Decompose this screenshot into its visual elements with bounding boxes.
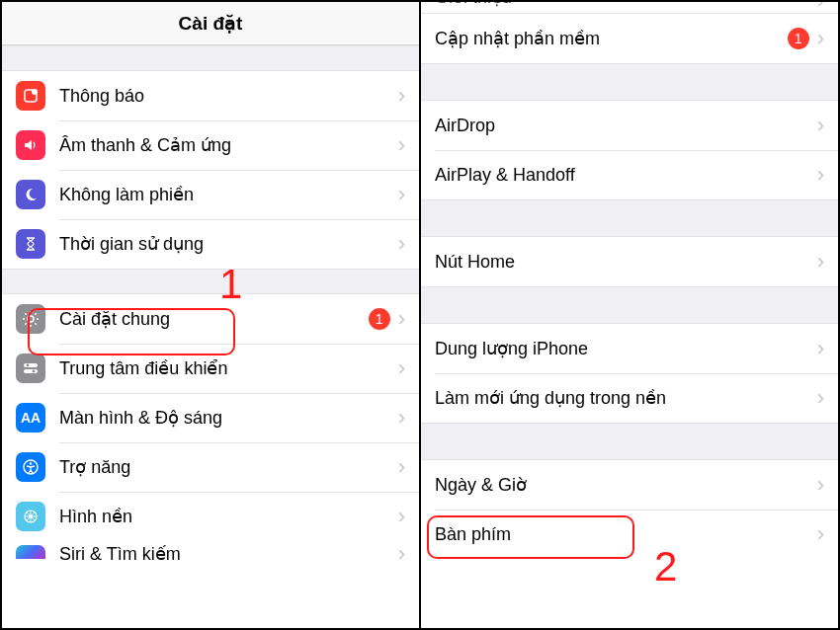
row-label: Cài đặt chung	[59, 308, 369, 330]
settings-title: Cài đặt	[2, 2, 419, 45]
chevron-right-icon: ›	[398, 456, 405, 478]
general-settings-pane: Giới thiệu › Cập nhật phần mềm 1 › AirDr…	[421, 2, 838, 628]
row-software-update[interactable]: Cập nhật phần mềm 1 ›	[421, 14, 838, 63]
chevron-right-icon: ›	[398, 506, 405, 527]
group-separator	[421, 423, 838, 460]
row-label: Thông báo	[59, 86, 398, 107]
chevron-right-icon: ›	[398, 541, 405, 567]
settings-title-label: Cài đặt	[179, 12, 243, 35]
svg-line-10	[35, 313, 36, 314]
group-separator	[2, 45, 419, 71]
accessibility-icon	[16, 452, 45, 482]
hourglass-icon	[16, 229, 45, 259]
chevron-right-icon: ›	[398, 85, 405, 107]
svg-point-2	[28, 316, 34, 322]
row-sounds[interactable]: Âm thanh & Cảm ứng ›	[2, 120, 419, 170]
chevron-right-icon: ›	[398, 357, 405, 379]
row-label: Làm mới ứng dụng trong nền	[435, 387, 817, 409]
row-display[interactable]: AA Màn hình & Độ sáng ›	[2, 393, 419, 442]
chevron-right-icon: ›	[398, 308, 405, 330]
row-accessibility[interactable]: Trợ năng ›	[2, 442, 419, 492]
row-airdrop[interactable]: AirDrop ›	[421, 101, 838, 150]
chevron-right-icon: ›	[817, 387, 824, 409]
row-label: Cập nhật phần mềm	[435, 28, 788, 49]
row-label: Trung tâm điều khiển	[59, 357, 398, 379]
chevron-right-icon: ›	[817, 164, 824, 186]
row-label: Nút Home	[435, 252, 817, 273]
row-wallpaper[interactable]: Hình nền ›	[2, 492, 419, 541]
row-home-button[interactable]: Nút Home ›	[421, 237, 838, 286]
row-label: AirPlay & Handoff	[435, 165, 817, 186]
row-control-center[interactable]: Trung tâm điều khiển ›	[2, 344, 419, 393]
row-screentime[interactable]: Thời gian sử dụng ›	[2, 219, 419, 269]
badge-count: 1	[788, 28, 809, 49]
group-separator	[421, 199, 838, 237]
row-label: Trợ năng	[59, 456, 398, 478]
row-label: Màn hình & Độ sáng	[59, 407, 398, 429]
svg-line-9	[25, 323, 26, 324]
wallpaper-icon	[16, 502, 45, 531]
row-about-cut[interactable]: Giới thiệu ›	[421, 2, 838, 14]
row-date-time[interactable]: Ngày & Giờ ›	[421, 460, 838, 510]
svg-rect-11	[24, 363, 38, 367]
row-label: Hình nền	[59, 506, 398, 527]
row-background-refresh[interactable]: Làm mới ứng dụng trong nền ›	[421, 373, 838, 423]
badge-count: 1	[369, 308, 390, 330]
row-label: Giới thiệu	[435, 2, 817, 8]
row-label: Siri & Tìm kiếm	[59, 543, 181, 565]
group-separator	[421, 286, 838, 324]
annotation-number-2: 2	[654, 543, 677, 591]
row-keyboard[interactable]: Bàn phím ›	[421, 510, 838, 559]
chevron-right-icon: ›	[817, 474, 824, 496]
svg-point-16	[30, 462, 33, 465]
row-label: Dung lượng iPhone	[435, 338, 817, 359]
group-separator	[421, 63, 838, 101]
chevron-right-icon: ›	[398, 184, 405, 205]
chevron-right-icon: ›	[817, 338, 824, 359]
chevron-right-icon: ›	[398, 233, 405, 255]
svg-line-7	[25, 313, 26, 314]
settings-root-pane: Cài đặt Thông báo › Âm thanh & Cảm ứng ›…	[2, 2, 421, 628]
row-airplay-handoff[interactable]: AirPlay & Handoff ›	[421, 150, 838, 199]
svg-point-13	[27, 364, 30, 367]
row-label: Không làm phiền	[59, 184, 398, 205]
moon-icon	[16, 180, 45, 209]
svg-point-1	[32, 89, 38, 95]
group-separator	[2, 269, 419, 294]
siri-icon	[16, 545, 45, 559]
row-label: AirDrop	[435, 116, 817, 136]
chevron-right-icon: ›	[817, 523, 824, 545]
row-siri-cut[interactable]: Siri & Tìm kiếm ›	[2, 541, 419, 559]
text-size-icon: AA	[16, 403, 45, 433]
row-label: Bàn phím	[435, 524, 817, 545]
chevron-right-icon: ›	[817, 28, 824, 49]
annotation-number-1: 1	[219, 261, 242, 308]
row-label: Ngày & Giờ	[435, 474, 817, 496]
chevron-right-icon: ›	[817, 115, 824, 136]
row-iphone-storage[interactable]: Dung lượng iPhone ›	[421, 324, 838, 373]
svg-rect-12	[24, 369, 38, 373]
sound-icon	[16, 130, 45, 160]
toggle-icon	[16, 354, 45, 383]
row-general[interactable]: Cài đặt chung 1 ›	[2, 294, 419, 344]
chevron-right-icon: ›	[398, 134, 405, 156]
row-label: Thời gian sử dụng	[59, 233, 398, 255]
chevron-right-icon: ›	[817, 251, 824, 273]
row-notifications[interactable]: Thông báo ›	[2, 71, 419, 120]
svg-line-8	[35, 323, 36, 324]
chevron-right-icon: ›	[398, 407, 405, 429]
row-dnd[interactable]: Không làm phiền ›	[2, 170, 419, 219]
gear-icon	[16, 304, 45, 334]
notification-icon	[16, 81, 45, 111]
chevron-right-icon: ›	[817, 2, 824, 14]
row-label: Âm thanh & Cảm ứng	[59, 134, 398, 156]
svg-point-14	[33, 370, 36, 373]
